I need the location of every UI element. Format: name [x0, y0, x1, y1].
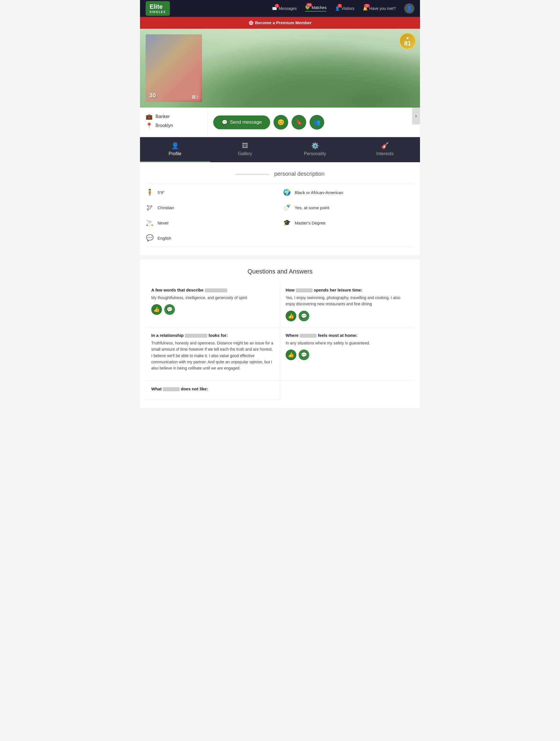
qa-q3-suffix: feels most at home: [318, 333, 358, 338]
have-you-met-label: Have you met? [369, 6, 396, 11]
top-navigation: Elite SINGLES ✉️ 2 Messages 💚 84 Matches… [140, 0, 420, 17]
qa-q0-prefix: A few words that describe [151, 287, 203, 292]
religion-icon: 🕊 [146, 204, 153, 211]
logo-sub-text: SINGLES [149, 10, 166, 13]
compatibility-score: 81 [404, 40, 411, 47]
premium-banner[interactable]: 🌸 Become a Premium Member [140, 17, 420, 29]
qa-comment-button-home[interactable]: 💬 [299, 349, 309, 360]
education-value: Master's Degree [295, 220, 326, 225]
location-icon: 📍 [146, 122, 153, 129]
profile-actions-col: 💬 Send message 😊 🔖 👥 [207, 108, 412, 137]
smile-button[interactable]: 😊 [273, 115, 288, 130]
qa-comment-button-leisure[interactable]: 💬 [299, 311, 309, 321]
camera-icon: 🖼 [192, 95, 195, 99]
have-you-met-badge: 20 [364, 4, 370, 8]
qa-comment-button-describe[interactable]: 💬 [164, 304, 175, 315]
profile-tabs: 👤 Profile 🖼 Gallery ⚙️ Personality 🎸 Int… [140, 137, 420, 162]
profile-tab-label: Profile [169, 151, 181, 156]
personality-tab-icon: ⚙️ [311, 142, 319, 149]
nav-item-matches[interactable]: 💚 84 Matches [305, 5, 326, 11]
ethnicity-icon: 🌍 [283, 189, 291, 196]
add-contact-icon: 👥 [314, 119, 321, 126]
religion-row: 🕊 Christian [146, 202, 277, 213]
qa-q0-redacted [205, 288, 227, 292]
message-bubble-icon: 💬 [222, 119, 228, 125]
language-row: 💬 English [146, 232, 277, 243]
qa-question-describe: A few words that describe [151, 287, 274, 292]
qa-item-describe: A few words that describe My thoughtfuln… [146, 282, 280, 327]
qa-question-relationship: In a relationship looks for: [151, 333, 274, 338]
premium-highlight: Premium Member [276, 20, 312, 25]
qa-q1-prefix: How [286, 287, 295, 292]
tab-interests[interactable]: 🎸 Interests [350, 137, 420, 162]
qa-answer-home: In any situations where my safety is gua… [286, 340, 409, 346]
profile-details-grid: 🧍 5'9" 🌍 Black or African-American 🕊 Chr… [146, 184, 414, 247]
user-avatar[interactable]: 👤 [404, 3, 414, 13]
profile-photo[interactable]: 30 🖼 1 [146, 35, 202, 102]
smile-icon: 😊 [277, 119, 285, 126]
ethnicity-value: Black or African-American [295, 190, 344, 195]
messages-label: Messages [278, 6, 297, 11]
personal-description-title: personal description [146, 171, 414, 177]
add-contact-button[interactable]: 👥 [310, 115, 324, 130]
language-value: English [158, 236, 171, 241]
qa-item-home: Where feels most at home: In any situati… [280, 327, 414, 381]
qa-answer-relationship: Truthfulness, honesty and openness. Dist… [151, 340, 274, 372]
messages-icon-wrap: ✉️ 2 [272, 6, 277, 11]
nav-item-visitors[interactable]: 👤 2 Visitors [335, 6, 354, 11]
qa-question-dislikes: What does not like: [151, 387, 274, 391]
height-icon: 🧍 [146, 189, 153, 196]
gallery-tab-icon: 🖼 [242, 142, 248, 149]
height-value: 5'9" [158, 190, 165, 195]
qa-q3-redacted [300, 334, 317, 338]
hero-section: 30 🖼 1 ♥ 81 [140, 29, 420, 108]
smoking-row: 🚬 Never [146, 217, 277, 228]
visitors-label: Visitors [341, 6, 354, 11]
logo[interactable]: Elite SINGLES [146, 1, 170, 15]
qa-actions-describe: 👍 💬 [151, 304, 274, 315]
matches-icon-wrap: 💚 84 [305, 5, 310, 10]
qa-answer-leisure: Yes, I enjoy swimming, photography, trav… [286, 294, 409, 307]
qa-q2-prefix: In a relationship [151, 333, 184, 338]
gallery-tab-label: Gallery [238, 151, 252, 156]
qa-actions-home: 👍 💬 [286, 349, 409, 360]
occupation-text: Banker [155, 114, 170, 119]
visitors-badge: 2 [337, 4, 342, 8]
smoking-icon: 🚬 [146, 219, 153, 226]
profile-actions-bar: 💼 Banker 📍 Brooklyn 💬 Send message 😊 🔖 👥… [140, 108, 420, 137]
profile-tab-icon: 👤 [171, 142, 179, 149]
qa-like-button-home[interactable]: 👍 [286, 349, 296, 360]
qa-question-home: Where feels most at home: [286, 333, 409, 338]
location-text: Brooklyn [155, 123, 173, 128]
qa-like-button-describe[interactable]: 👍 [151, 304, 162, 315]
bookmark-button[interactable]: 🔖 [292, 115, 306, 130]
nav-item-messages[interactable]: ✉️ 2 Messages [272, 6, 297, 11]
tab-personality[interactable]: ⚙️ Personality [280, 137, 350, 162]
language-icon: 💬 [146, 234, 153, 242]
children-icon: 🍼 [283, 204, 291, 211]
qa-like-button-leisure[interactable]: 👍 [286, 311, 296, 321]
interests-tab-icon: 🎸 [381, 142, 389, 149]
qa-title: Questions and Answers [146, 268, 414, 275]
tab-gallery[interactable]: 🖼 Gallery [210, 137, 280, 162]
qa-q2-suffix: looks for: [208, 333, 228, 338]
qa-question-leisure: How spends her leisure time: [286, 287, 409, 292]
qa-q2-redacted [185, 334, 207, 338]
tab-profile[interactable]: 👤 Profile [140, 137, 210, 162]
nav-item-have-you-met[interactable]: 🔔 20 Have you met? [363, 6, 396, 11]
premium-icon: 🌸 [248, 20, 254, 25]
qa-q3-prefix: Where [286, 333, 299, 338]
qa-q1-suffix: spends her leisure time: [314, 287, 363, 292]
qa-q4-suffix: does not like: [181, 387, 208, 391]
smoking-value: Never [158, 220, 169, 225]
qa-q4-redacted [163, 387, 180, 391]
photo-count: 🖼 1 [192, 95, 199, 99]
edge-button[interactable]: › [412, 108, 420, 125]
height-row: 🧍 5'9" [146, 187, 277, 198]
location-row: 📍 Brooklyn [146, 122, 202, 129]
personal-description-section: personal description 🧍 5'9" 🌍 Black or A… [140, 162, 420, 255]
matches-label: Matches [312, 5, 326, 10]
send-message-label: Send message [230, 119, 262, 125]
compatibility-badge: ♥ 81 [399, 33, 416, 50]
send-message-button[interactable]: 💬 Send message [213, 116, 270, 129]
